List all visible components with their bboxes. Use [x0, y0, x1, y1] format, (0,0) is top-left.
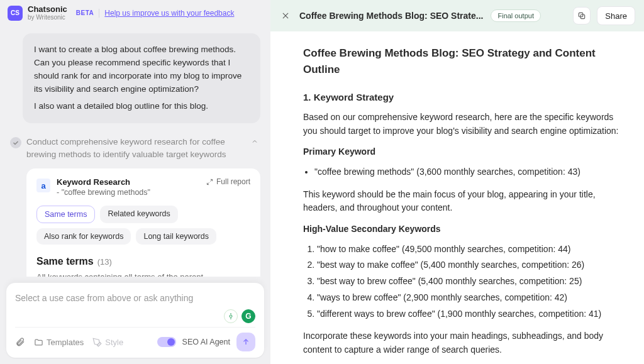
- brand-byline: by Writesonic: [28, 14, 67, 21]
- section-desc-text: All keywords containing all terms of the…: [36, 272, 203, 277]
- tab-long-tail[interactable]: Long tail keywords: [136, 228, 216, 245]
- divider: [99, 9, 99, 18]
- left-scroll-area: I want to create a blog about coffee bre…: [0, 26, 270, 277]
- agent-step-text: Conduct comprehensive keyword research f…: [26, 136, 244, 162]
- seo-agent-label: SEO AI Agent: [182, 338, 230, 346]
- share-button[interactable]: Share: [597, 6, 635, 25]
- section-title: Same terms: [36, 256, 94, 267]
- list-item: "how to make coffee" (49,500 monthly sea…: [317, 243, 628, 256]
- keyword-tabs: Same terms Related keywords Also rank fo…: [36, 206, 250, 245]
- full-report-link[interactable]: Full report: [206, 177, 250, 186]
- close-icon[interactable]: [279, 9, 292, 22]
- templates-label: Templates: [47, 338, 84, 347]
- tool-icon-char: a: [41, 181, 45, 190]
- svg-point-3: [230, 315, 232, 317]
- card-title: Keyword Research: [57, 177, 150, 187]
- prompt-line-1: I want to create a blog about coffee bre…: [34, 43, 249, 96]
- list-item: "ways to brew coffee" (2,900 monthly sea…: [317, 291, 628, 305]
- full-report-label: Full report: [216, 177, 250, 186]
- section-heading: Same terms (13): [36, 256, 250, 267]
- tool-icon: a: [36, 179, 50, 192]
- seo-agent-toggle[interactable]: [157, 337, 176, 347]
- composer-toolbar: Templates Style SEO AI Agent: [15, 327, 255, 351]
- left-header: CS Chatsonic by Writesonic BETA Help us …: [0, 0, 270, 26]
- secondary-keyword-list: "how to make coffee" (49,500 monthly sea…: [317, 243, 628, 321]
- intro-paragraph: Based on our comprehensive keyword resea…: [303, 111, 628, 138]
- section-count: (13): [97, 257, 112, 267]
- card-header: a Keyword Research - "coffee brewing met…: [36, 177, 250, 197]
- primary-note: This keyword should be the main focus of…: [303, 188, 628, 215]
- list-item: "different ways to brew coffee" (1,900 m…: [317, 307, 628, 321]
- composer-integration-row: G: [15, 309, 255, 327]
- output-body: Coffee Brewing Methods Blog: SEO Strateg…: [270, 31, 644, 364]
- share-label: Share: [605, 11, 627, 21]
- keyword-research-card: a Keyword Research - "coffee brewing met…: [26, 168, 260, 277]
- user-prompt-bubble: I want to create a blog about coffee bre…: [23, 33, 260, 123]
- copy-button[interactable]: [573, 7, 591, 25]
- output-title: Coffee Brewing Methods Blog: SEO Strate.…: [299, 11, 483, 21]
- integration-icon-1[interactable]: [224, 309, 238, 323]
- svg-line-1: [207, 182, 209, 184]
- svg-line-0: [210, 179, 212, 181]
- composer: Select a use case from above or ask anyt…: [6, 283, 264, 358]
- brand-name: Chatsonic: [28, 5, 67, 14]
- heading-primary-keyword: Primary Keyword: [303, 145, 628, 159]
- composer-input[interactable]: Select a use case from above or ask anyt…: [15, 290, 255, 309]
- left-panel: CS Chatsonic by Writesonic BETA Help us …: [0, 0, 270, 364]
- send-button[interactable]: [236, 333, 255, 351]
- primary-keyword-list: "coffee brewing methods" (3,600 monthly …: [314, 165, 628, 179]
- card-subtitle: - "coffee brewing methods": [57, 188, 150, 197]
- check-icon: [10, 137, 21, 148]
- feedback-link[interactable]: Help us improve us with your feedback: [104, 9, 234, 18]
- section-description: All keywords containing all terms of the…: [36, 271, 250, 277]
- right-panel: Coffee Brewing Methods Blog: SEO Strate.…: [270, 0, 644, 364]
- agent-step-row: Conduct comprehensive keyword research f…: [10, 136, 260, 162]
- collapse-chevron-icon[interactable]: [249, 136, 260, 147]
- style-button[interactable]: Style: [92, 338, 123, 347]
- final-output-badge: Final output: [491, 9, 540, 22]
- templates-button[interactable]: Templates: [34, 338, 84, 347]
- app-logo: CS: [8, 6, 23, 21]
- tab-same-terms[interactable]: Same terms: [36, 206, 95, 223]
- prompt-line-2: I also want a detailed blog outline for …: [34, 100, 249, 113]
- tab-also-rank[interactable]: Also rank for keywords: [36, 228, 131, 245]
- doc-title: Coffee Brewing Methods Blog: SEO Strateg…: [303, 45, 628, 79]
- list-item: "best way to make coffee" (5,400 monthly…: [317, 258, 628, 272]
- grammarly-icon[interactable]: G: [242, 309, 255, 323]
- list-item: "best way to brew coffee" (5,400 monthly…: [317, 275, 628, 289]
- beta-badge: BETA: [76, 9, 94, 16]
- list-item: "coffee brewing methods" (3,600 monthly …: [314, 165, 628, 179]
- heading-secondary-keywords: High-Value Secondary Keywords: [303, 223, 628, 236]
- secondary-note: Incorporate these keywords into your mai…: [303, 329, 628, 356]
- attach-button[interactable]: [15, 337, 25, 347]
- output-header: Coffee Brewing Methods Blog: SEO Strate.…: [270, 0, 644, 31]
- heading-keyword-strategy: 1. Keyword Strategy: [303, 90, 628, 104]
- style-label: Style: [105, 338, 123, 347]
- tab-related-keywords[interactable]: Related keywords: [100, 206, 177, 223]
- brand-block: Chatsonic by Writesonic: [28, 5, 67, 21]
